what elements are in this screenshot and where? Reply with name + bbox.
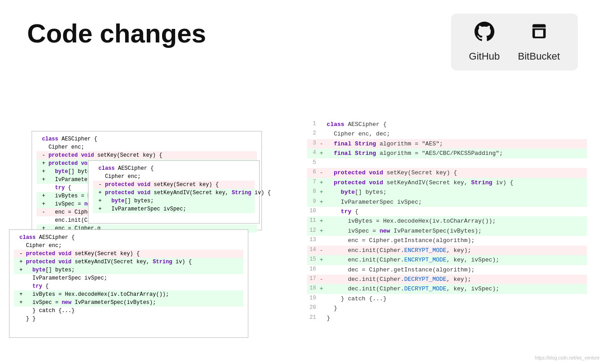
list-item: class AESCipher {	[93, 164, 255, 173]
list-item: class AESCipher {	[37, 135, 257, 143]
list-item: Cipher enc;	[14, 242, 243, 250]
watermark: https://blog.csdn.net/wc_venture	[535, 355, 600, 360]
table-row: 21 }	[307, 313, 587, 323]
table-row: 11+ ivBytes = Hex.decodeHex(iv.toCharArr…	[307, 216, 587, 226]
table-row: 7+ protected void setKeyAndIV(Secret key…	[307, 178, 587, 187]
list-item: IvParameterSpec ivSpec;	[14, 274, 243, 282]
table-row: 14- enc.init(Cipher.ENCRYPT_MODE, key);	[307, 246, 587, 255]
list-item: - protected void setKey(Secret key) {	[37, 151, 257, 159]
panel-front: class AESCipher { Cipher enc;- protected…	[9, 229, 248, 338]
list-item: Cipher enc;	[37, 143, 257, 151]
list-item: + byte[] bytes;	[93, 197, 255, 205]
list-item: Cipher enc;	[93, 173, 255, 181]
list-item: + ivBytes = Hex.decodeHex(iv.toCharArray…	[14, 290, 243, 299]
github-label: GitHub	[469, 51, 500, 62]
table-row: 15+ enc.init(Cipher.ENCRYPT_MODE, key, i…	[307, 255, 587, 265]
list-item: class AESCipher {	[14, 233, 243, 242]
table-row: 6- protected void setKey(Secret key) {	[307, 168, 587, 177]
list-item: + protected void setKeyAndIV(Secret key,…	[93, 189, 255, 197]
table-row: 8+ byte[] bytes;	[307, 187, 587, 197]
page-title: Code changes	[27, 18, 206, 48]
table-row: 19 } catch {...}	[307, 294, 587, 303]
table-row: 13 enc = Cipher.getInstance(algorithm);	[307, 236, 587, 245]
main-diff-panel: 1 class AESCipher {2 Cipher enc, dec;3- …	[307, 120, 587, 323]
table-row: 2 Cipher enc, dec;	[307, 129, 587, 139]
table-row: 1 class AESCipher {	[307, 120, 587, 129]
panel-mid: class AESCipher { Cipher enc;- protected…	[88, 160, 260, 224]
table-row: 3- final String algorithm = "AES";	[307, 139, 587, 149]
list-item: - protected void setKey(Secret key) {	[14, 250, 243, 258]
list-item: + byte[] bytes;	[14, 266, 243, 274]
bitbucket-icon	[529, 22, 549, 46]
list-item: + ivSpec = new IvParameterSpec(ivBytes);	[14, 299, 243, 307]
github-badge: GitHub	[469, 22, 500, 62]
bitbucket-badge: BitBucket	[518, 22, 560, 62]
table-row: 9+ IvParameterSpec ivSpec;	[307, 197, 587, 207]
list-item: + IvParameterSpec ivSpec;	[93, 205, 255, 213]
badge-box: GitHub BitBucket	[451, 14, 578, 70]
table-row: 12+ ivSpec = new IvParameterSpec(ivBytes…	[307, 226, 587, 236]
list-item: } }	[14, 315, 243, 323]
list-item: - protected void setKey(Secret key) {	[93, 181, 255, 189]
table-row: 20 }	[307, 303, 587, 313]
list-item: try {	[14, 282, 243, 290]
bitbucket-label: BitBucket	[518, 51, 560, 62]
table-row: 17- dec.init(Cipher.DECRYPT_MODE, key);	[307, 275, 587, 284]
table-row: 10 try {	[307, 207, 587, 216]
list-item: + protected void setKeyAndIV(Secret key,…	[14, 258, 243, 266]
list-item: } catch {...}	[14, 307, 243, 315]
table-row: 4+ final String algorithm = "AES/CBC/PKC…	[307, 149, 587, 158]
table-row: 5	[307, 159, 587, 168]
table-row: 18+ dec.init(Cipher.DECRYPT_MODE, key, i…	[307, 284, 587, 294]
table-row: 16 dec = Cipher.getInstance(algorithm);	[307, 265, 587, 275]
github-icon	[475, 22, 494, 46]
